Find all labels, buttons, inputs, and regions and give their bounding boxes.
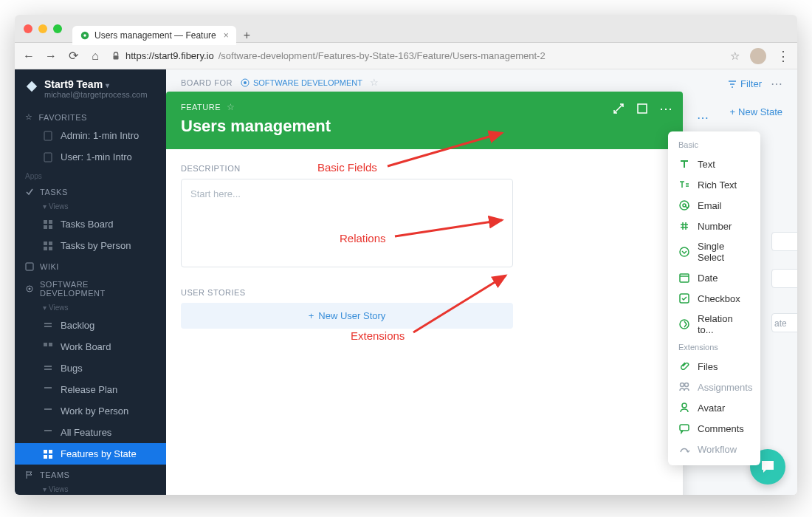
list-icon <box>43 428 53 438</box>
add-user-story-button[interactable]: + New User Story <box>181 303 513 329</box>
field-option-checkbox[interactable]: Checkbox <box>668 288 760 309</box>
feature-header: FEATURE ☆ Users management ⋯ <box>166 92 683 149</box>
svg-point-46 <box>685 383 689 387</box>
field-option-email[interactable]: Email <box>668 195 760 216</box>
board-more-icon[interactable]: ⋯ <box>771 77 782 91</box>
teams-section[interactable]: TEAMS <box>15 465 166 482</box>
browser-menu-icon[interactable]: ⋮ <box>777 48 790 64</box>
browser-address-bar: ← → ⟳ ⌂ https://start9.fibery.io/softwar… <box>15 43 797 69</box>
field-option-single-select[interactable]: Single Select <box>668 236 760 267</box>
filter-icon <box>727 79 737 89</box>
browser-tab[interactable]: Users management — Feature × <box>72 26 236 45</box>
software-dev-section[interactable]: SOFTWARE DEVELOPMENT <box>15 274 166 301</box>
field-option-avatar[interactable]: Avatar <box>668 397 760 418</box>
forward-button[interactable]: → <box>44 49 58 63</box>
svg-rect-11 <box>49 242 52 245</box>
svg-rect-22 <box>44 369 52 370</box>
sidebar-item-bugs[interactable]: Bugs <box>15 357 166 379</box>
sidebar-item-features-by-state[interactable]: Features by State <box>15 443 166 465</box>
sidebar-item-work-board[interactable]: Work Board <box>15 336 166 357</box>
filter-button[interactable]: Filter <box>727 78 762 89</box>
profile-avatar[interactable] <box>750 48 766 64</box>
svg-rect-10 <box>44 242 47 245</box>
svg-point-40 <box>680 247 689 256</box>
select-input-stub[interactable] <box>771 269 797 288</box>
plus-icon: + <box>309 310 314 321</box>
lock-icon <box>111 51 121 61</box>
new-state-button[interactable]: + New State <box>729 106 782 117</box>
bookmark-star-icon[interactable]: ☆ <box>730 49 740 63</box>
text-icon <box>678 158 690 170</box>
apps-label: Apps <box>15 168 166 182</box>
svg-rect-12 <box>44 247 47 250</box>
sidebar-item-work-by-person[interactable]: Work by Person <box>15 400 166 422</box>
reload-button[interactable]: ⟳ <box>66 49 80 63</box>
window-close-button[interactable] <box>24 24 32 33</box>
list-icon <box>43 363 53 374</box>
field-option-relation[interactable]: Relation to... <box>668 309 760 340</box>
field-option-number[interactable]: Number <box>668 216 760 236</box>
description-editor[interactable]: Start here... <box>181 179 513 267</box>
favorites-section: ☆ FAVORITES <box>15 106 166 125</box>
url-host: https://start9.fibery.io <box>125 50 214 61</box>
dropdown-heading-basic: Basic <box>668 137 760 154</box>
workspace-switcher[interactable]: Start9 Team▾ michael@targetprocess.com <box>15 69 166 106</box>
field-option-comments[interactable]: Comments <box>668 418 760 439</box>
tab-close-icon[interactable]: × <box>224 30 229 41</box>
chat-icon <box>759 458 777 476</box>
fibery-favicon <box>80 30 90 41</box>
field-option-richtext[interactable]: Rich Text <box>668 174 760 195</box>
svg-rect-23 <box>44 387 52 388</box>
tasks-icon <box>25 188 34 196</box>
comments-icon <box>678 422 690 434</box>
field-option-assignments[interactable]: Assignments <box>668 377 760 397</box>
feature-title[interactable]: Users management <box>181 117 668 136</box>
more-icon[interactable]: ⋯ <box>659 102 672 115</box>
svg-rect-20 <box>49 343 52 346</box>
favorite-star-icon[interactable]: ☆ <box>370 77 379 88</box>
board-icon <box>43 219 53 230</box>
url-field[interactable]: https://start9.fibery.io/software-develo… <box>111 50 721 61</box>
wiki-section[interactable]: WIKI <box>15 256 166 274</box>
board-icon <box>43 449 53 459</box>
svg-rect-14 <box>26 263 33 270</box>
views-label-teams: ▾Views <box>15 482 166 495</box>
svg-rect-5 <box>44 153 52 162</box>
sidebar-item-all-features[interactable]: All Features <box>15 422 166 443</box>
window-minimize-button[interactable] <box>38 24 47 33</box>
sidebar: Start9 Team▾ michael@targetprocess.com ☆… <box>15 69 166 495</box>
svg-point-1 <box>83 34 86 37</box>
views-label: ▾Views <box>15 199 166 213</box>
sidebar-item-tasks-by-person[interactable]: Tasks by Person <box>15 235 166 256</box>
sidebar-item-release-plan[interactable]: Release Plan <box>15 379 166 400</box>
space-link[interactable]: SOFTWARE DEVELOPMENT <box>240 78 362 88</box>
open-new-icon[interactable] <box>636 102 649 115</box>
svg-point-32 <box>244 81 247 84</box>
field-option-text[interactable]: Text <box>668 154 760 174</box>
views-label-dev: ▾Views <box>15 301 166 315</box>
svg-rect-18 <box>44 326 52 327</box>
expand-icon[interactable] <box>612 102 625 115</box>
richtext-icon <box>678 179 690 191</box>
field-option-files[interactable]: Files <box>668 356 760 377</box>
new-tab-button[interactable]: + <box>244 29 250 42</box>
tasks-section[interactable]: TASKS <box>15 182 166 199</box>
sidebar-item-backlog[interactable]: Backlog <box>15 315 166 336</box>
breadcrumb: FEATURE <box>181 103 221 112</box>
svg-point-45 <box>681 383 684 387</box>
column-more-icon[interactable]: ⋯ <box>697 111 709 125</box>
date-input-stub[interactable] <box>771 232 797 251</box>
sidebar-item-admin-intro[interactable]: Admin: 1-min Intro <box>15 125 166 146</box>
window-zoom-button[interactable] <box>53 24 62 33</box>
svg-point-44 <box>680 320 689 329</box>
sidebar-item-user-intro[interactable]: User: 1-min Intro <box>15 146 166 168</box>
field-option-workflow[interactable]: Workflow <box>668 439 760 459</box>
svg-point-16 <box>29 288 31 290</box>
home-button[interactable]: ⌂ <box>89 49 102 63</box>
back-button[interactable]: ← <box>22 49 35 63</box>
svg-rect-27 <box>49 450 52 453</box>
user-email: michael@targetprocess.com <box>44 90 148 99</box>
favorite-star-icon[interactable]: ☆ <box>227 102 235 112</box>
sidebar-item-tasks-board[interactable]: Tasks Board <box>15 213 166 235</box>
field-option-date[interactable]: Date <box>668 267 760 288</box>
